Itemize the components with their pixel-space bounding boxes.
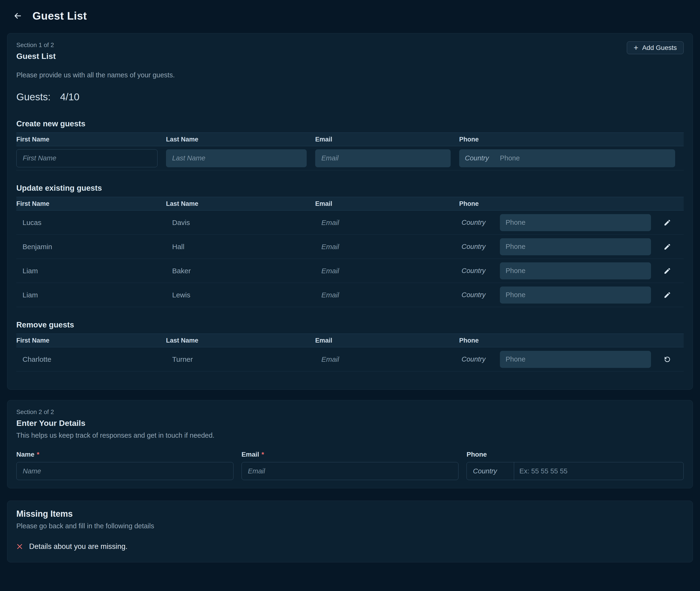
- guest-last-name: Lewis: [166, 291, 315, 299]
- col-last-name: Last Name: [166, 337, 315, 344]
- col-last-name: Last Name: [166, 200, 315, 207]
- add-guests-button[interactable]: + Add Guests: [627, 42, 684, 54]
- guest-first-name: Liam: [16, 291, 166, 299]
- remove-table-header: First Name Last Name Email Phone: [16, 334, 684, 347]
- guest-phone-input[interactable]: [500, 286, 651, 304]
- guest-last-name: Davis: [166, 218, 315, 227]
- col-phone: Phone: [459, 337, 651, 344]
- pencil-icon: [663, 291, 671, 299]
- col-phone: Phone: [459, 200, 651, 207]
- guest-row: Liam Lewis Email Country: [16, 283, 684, 307]
- guests-label: Guests:: [16, 91, 51, 103]
- page-title: Guest List: [33, 9, 87, 22]
- missing-item: Details about you are missing.: [16, 542, 684, 551]
- required-asterisk: *: [37, 451, 39, 458]
- section1-title: Guest List: [16, 52, 56, 61]
- create-guest-row: Country: [16, 146, 684, 170]
- guest-phone-input[interactable]: [500, 214, 651, 231]
- add-guests-label: Add Guests: [642, 44, 677, 52]
- section2-title: Enter Your Details: [16, 418, 684, 428]
- pencil-icon: [663, 267, 671, 275]
- guest-row: Lucas Davis Email Country: [16, 210, 684, 235]
- section2-card: Section 2 of 2 Enter Your Details This h…: [7, 400, 693, 488]
- col-email: Email: [315, 136, 459, 143]
- new-phone-input[interactable]: [500, 149, 675, 167]
- guest-last-name: Turner: [166, 355, 315, 364]
- country-label: Country: [459, 267, 500, 275]
- edit-guest-button[interactable]: [660, 287, 675, 303]
- guest-phone-input[interactable]: [500, 262, 651, 279]
- phone-field: Country: [467, 462, 684, 480]
- error-x-icon: [16, 543, 23, 550]
- guest-email-placeholder: Email: [315, 291, 459, 299]
- country-label: Country: [459, 355, 500, 363]
- new-last-name-input[interactable]: [166, 149, 307, 167]
- guest-row: Benjamin Hall Email Country: [16, 235, 684, 259]
- pencil-icon: [663, 219, 671, 226]
- col-email: Email: [315, 337, 459, 344]
- edit-guest-button[interactable]: [660, 263, 675, 278]
- section1-description: Please provide us with all the names of …: [16, 71, 684, 79]
- guests-count: 4/10: [60, 91, 79, 103]
- guest-row-removed: Charlotte Turner Email Country: [16, 347, 684, 372]
- new-email-input[interactable]: [315, 149, 451, 167]
- new-first-name-input[interactable]: [16, 149, 158, 167]
- create-table-header: First Name Last Name Email Phone: [16, 132, 684, 146]
- missing-items-card: Missing Items Please go back and fill in…: [7, 501, 693, 563]
- col-email: Email: [315, 200, 459, 207]
- arrow-left-icon: [13, 11, 22, 20]
- country-label: Country: [459, 218, 500, 226]
- phone-label: Phone: [467, 451, 487, 458]
- guest-phone-input[interactable]: [500, 351, 651, 368]
- phone-number-input[interactable]: [514, 462, 684, 480]
- col-last-name: Last Name: [166, 136, 315, 143]
- edit-guest-button[interactable]: [660, 239, 675, 254]
- guest-first-name: Liam: [16, 267, 166, 275]
- country-select[interactable]: Country: [459, 154, 500, 162]
- missing-item-text: Details about you are missing.: [29, 542, 127, 551]
- guest-first-name: Charlotte: [16, 355, 166, 364]
- col-first-name: First Name: [16, 200, 166, 207]
- create-guests-heading: Create new guests: [16, 119, 684, 128]
- col-first-name: First Name: [16, 337, 166, 344]
- restore-guest-button[interactable]: [660, 352, 675, 367]
- email-field[interactable]: [241, 462, 459, 480]
- country-select[interactable]: Country: [467, 462, 514, 480]
- name-field[interactable]: [16, 462, 233, 480]
- update-table-header: First Name Last Name Email Phone: [16, 197, 684, 210]
- email-label: Email: [241, 451, 259, 458]
- guest-last-name: Hall: [166, 243, 315, 251]
- email-field-group: Email *: [241, 451, 459, 480]
- guest-first-name: Lucas: [16, 218, 166, 227]
- back-button[interactable]: [13, 11, 22, 20]
- required-asterisk: *: [261, 451, 264, 458]
- section1-label: Section 1 of 2: [16, 42, 56, 49]
- name-field-group: Name *: [16, 451, 233, 480]
- country-label: Country: [459, 243, 500, 251]
- update-guests-heading: Update existing guests: [16, 184, 684, 193]
- phone-field-group: Phone Country: [467, 451, 684, 480]
- guest-row: Liam Baker Email Country: [16, 259, 684, 283]
- col-phone: Phone: [459, 136, 684, 143]
- missing-items-description: Please go back and fill in the following…: [16, 522, 684, 530]
- section2-description: This helps us keep track of responses an…: [16, 432, 684, 439]
- pencil-icon: [663, 243, 671, 251]
- topbar: Guest List: [0, 0, 700, 22]
- section2-label: Section 2 of 2: [16, 408, 684, 416]
- guest-phone-input[interactable]: [500, 238, 651, 255]
- guest-email-placeholder: Email: [315, 267, 459, 275]
- new-phone-field[interactable]: Country: [459, 149, 675, 167]
- guest-email-placeholder: Email: [315, 243, 459, 251]
- missing-items-title: Missing Items: [16, 509, 684, 519]
- undo-icon: [663, 355, 672, 364]
- guests-counter: Guests: 4/10: [16, 91, 684, 103]
- guest-email-placeholder: Email: [315, 218, 459, 227]
- guest-first-name: Benjamin: [16, 243, 166, 251]
- guest-list-page: Guest List Section 1 of 2 Guest List + A…: [0, 0, 700, 591]
- edit-guest-button[interactable]: [660, 215, 675, 230]
- name-label: Name: [16, 451, 34, 458]
- guest-last-name: Baker: [166, 267, 315, 275]
- section1-card: Section 1 of 2 Guest List + Add Guests P…: [7, 33, 693, 390]
- country-label: Country: [459, 291, 500, 299]
- remove-guests-heading: Remove guests: [16, 320, 684, 329]
